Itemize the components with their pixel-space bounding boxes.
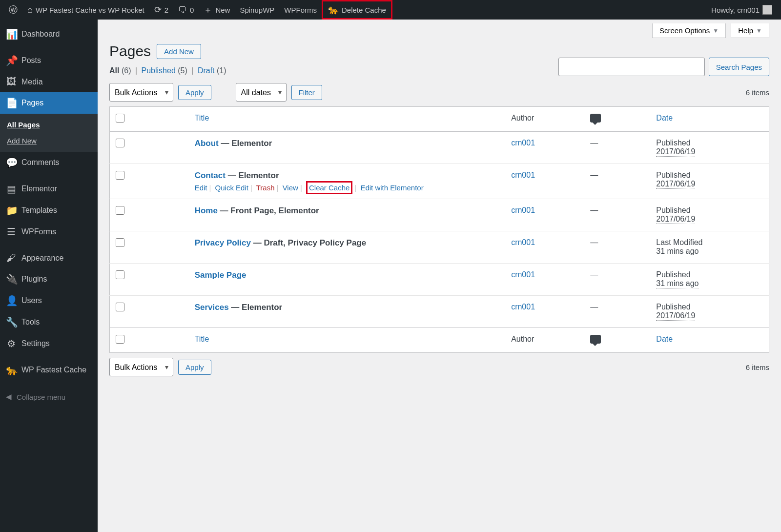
row-checkbox[interactable] — [116, 206, 124, 215]
select-all-top[interactable] — [116, 114, 124, 123]
menu-templates[interactable]: 📁Templates — [0, 200, 98, 221]
bulk-actions-select[interactable]: Bulk Actions — [109, 83, 173, 102]
new-content[interactable]: ＋New — [199, 0, 235, 20]
author-link[interactable]: crn001 — [511, 206, 535, 214]
row-checkbox[interactable] — [116, 270, 124, 279]
bulk-actions-select-bottom[interactable]: Bulk Actions — [109, 358, 173, 376]
wp-logo[interactable]: ⓦ — [4, 0, 22, 20]
page-link[interactable]: Services — Elementor — [195, 303, 283, 312]
cheetah-icon: 🐆 — [6, 364, 17, 376]
help-toggle[interactable]: Help▼ — [731, 23, 769, 38]
date-cell: Published 2017/06/19 — [650, 164, 769, 199]
post-state: — Elementor — [219, 139, 272, 148]
author-link[interactable]: crn001 — [511, 139, 535, 147]
post-state: — Elementor — [226, 171, 279, 180]
action-clear-cache[interactable]: Clear Cache — [309, 184, 349, 192]
menu-pages[interactable]: 📄Pages — [0, 92, 98, 114]
submenu-all-pages[interactable]: All Pages — [0, 117, 98, 133]
col-date-foot[interactable]: Date — [656, 335, 673, 343]
search-input[interactable] — [558, 58, 705, 76]
row-checkbox[interactable] — [116, 238, 124, 247]
table-row: Contact — Elementor Edit| Quick Edit| Tr… — [110, 164, 769, 199]
add-new-button[interactable]: Add New — [157, 44, 201, 59]
col-title[interactable]: Title — [195, 114, 209, 122]
comments-link[interactable]: 🗨0 — [173, 0, 199, 20]
page-link[interactable]: Home — Front Page, Elementor — [195, 206, 319, 215]
apply-bulk-button[interactable]: Apply — [178, 85, 211, 100]
apply-bulk-button-bottom[interactable]: Apply — [178, 360, 211, 375]
menu-posts[interactable]: 📌Posts — [0, 50, 98, 71]
my-account[interactable]: Howdy, crn001 — [706, 0, 777, 20]
page-link[interactable]: About — Elementor — [195, 139, 272, 148]
row-checkbox[interactable] — [116, 303, 124, 311]
author-link[interactable]: crn001 — [511, 171, 535, 179]
page-icon: 📄 — [6, 97, 17, 109]
col-title-foot[interactable]: Title — [195, 335, 209, 343]
gear-icon: ⚙ — [6, 338, 17, 349]
table-row: Privacy Policy — Draft, Privacy Policy P… — [110, 231, 769, 264]
collapse-menu[interactable]: ◀Collapse menu — [0, 386, 98, 408]
post-state: — Draft, Privacy Policy Page — [251, 238, 366, 247]
row-actions: Edit| Quick Edit| Trash| View| Clear Cac… — [195, 184, 499, 192]
site-link[interactable]: ⌂WP Fastest Cache vs WP Rocket — [22, 0, 149, 20]
menu-appearance[interactable]: 🖌Appearance — [0, 247, 98, 268]
page-link[interactable]: Contact — Elementor — [195, 171, 279, 180]
admin-menu: 📊Dashboard 📌Posts 🖼Media 📄Pages All Page… — [0, 20, 98, 532]
menu-settings[interactable]: ⚙Settings — [0, 333, 98, 354]
page-link[interactable]: Sample Page — [195, 270, 247, 280]
brush-icon: 🖌 — [6, 252, 17, 264]
updates-link[interactable]: ⟳2 — [149, 0, 173, 20]
menu-wpfc[interactable]: 🐆WP Fastest Cache — [0, 359, 98, 381]
wrench-icon: 🔧 — [6, 316, 17, 328]
filter-all[interactable]: All — [109, 66, 119, 75]
menu-plugins[interactable]: 🔌Plugins — [0, 268, 98, 290]
action-quick-edit[interactable]: Quick Edit — [215, 184, 248, 192]
action-edit-elementor[interactable]: Edit with Elementor — [360, 184, 423, 192]
home-icon: ⌂ — [27, 5, 33, 14]
page-link[interactable]: Privacy Policy — Draft, Privacy Policy P… — [195, 238, 367, 247]
action-view[interactable]: View — [283, 184, 298, 192]
delete-cache-label: Delete Cache — [342, 6, 386, 14]
action-edit[interactable]: Edit — [195, 184, 207, 192]
comments-cell: — — [584, 264, 650, 296]
filter-draft[interactable]: Draft — [198, 66, 215, 75]
menu-wpforms[interactable]: ☰WPForms — [0, 221, 98, 243]
col-date[interactable]: Date — [656, 114, 673, 122]
select-all-bottom[interactable] — [116, 335, 124, 344]
menu-dashboard[interactable]: 📊Dashboard — [0, 23, 98, 45]
site-title: WP Fastest Cache vs WP Rocket — [36, 6, 144, 14]
comment-icon — [590, 114, 601, 123]
menu-tools[interactable]: 🔧Tools — [0, 311, 98, 333]
menu-elementor[interactable]: ▤Elementor — [0, 178, 98, 200]
screen-options-toggle[interactable]: Screen Options▼ — [652, 23, 726, 38]
row-checkbox[interactable] — [116, 171, 124, 180]
action-trash[interactable]: Trash — [256, 184, 275, 192]
menu-users[interactable]: 👤Users — [0, 290, 98, 311]
comments-cell: — — [584, 231, 650, 264]
author-link[interactable]: crn001 — [511, 270, 535, 279]
refresh-icon: ⟳ — [154, 5, 162, 14]
search-pages-button[interactable]: Search Pages — [709, 58, 769, 76]
adminbar-wpforms[interactable]: WPForms — [279, 0, 322, 20]
delete-cache[interactable]: 🐆Delete Cache — [322, 0, 392, 20]
menu-comments[interactable]: 💬Comments — [0, 152, 98, 173]
col-comments-foot — [584, 328, 650, 353]
filter-button[interactable]: Filter — [291, 85, 322, 100]
howdy-text: Howdy, crn001 — [711, 6, 760, 14]
elementor-icon: ▤ — [6, 183, 17, 195]
author-link[interactable]: crn001 — [511, 238, 535, 246]
filter-published[interactable]: Published — [142, 66, 176, 75]
item-count-top: 6 items — [746, 88, 769, 97]
row-checkbox[interactable] — [116, 139, 124, 147]
adminbar-spinupwp[interactable]: SpinupWP — [235, 0, 279, 20]
content-area: Screen Options▼ Help▼ Pages Add New All … — [98, 20, 781, 532]
media-icon: 🖼 — [6, 76, 17, 87]
author-link[interactable]: crn001 — [511, 303, 535, 311]
collapse-icon: ◀ — [6, 392, 12, 401]
date-filter-select[interactable]: All dates — [236, 83, 287, 102]
pages-table: Title Author Date About — Elementor crn0… — [109, 106, 769, 353]
menu-media[interactable]: 🖼Media — [0, 71, 98, 92]
submenu-add-new[interactable]: Add New — [0, 133, 98, 149]
page-title: Pages — [109, 43, 151, 60]
col-author: Author — [505, 107, 584, 132]
